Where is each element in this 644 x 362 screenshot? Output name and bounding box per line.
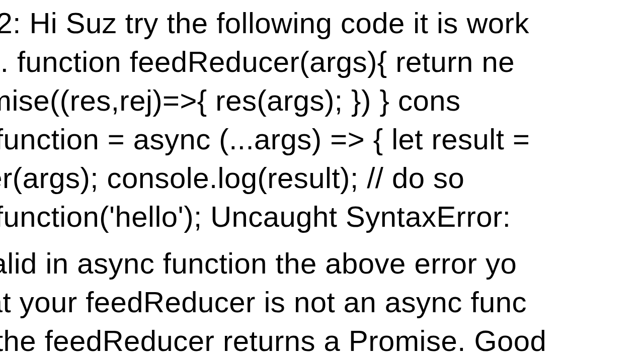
text-line-5: ucer(args); console.log(result); // do s… (0, 159, 464, 198)
text-line-6: function('hello'); Uncaught SyntaxError: (0, 198, 511, 236)
text-line-9: the feedReducer returns a Promise. Good (0, 322, 546, 360)
text-line-4: function = async (...args) => { let resu… (0, 120, 530, 159)
text-line-8: nat your feedReducer is not an async fun… (0, 283, 527, 322)
text-line-2: e. function feedReducer(args){ return ne (0, 43, 515, 81)
text-line-7: valid in async function the above error … (0, 244, 517, 283)
cropped-text-block: r 2: Hi Suz try the following code it is… (0, 0, 644, 362)
text-line-3: romise((res,rej)=>{ res(args); }) } cons (0, 81, 460, 120)
text-line-1: r 2: Hi Suz try the following code it is… (0, 4, 529, 43)
